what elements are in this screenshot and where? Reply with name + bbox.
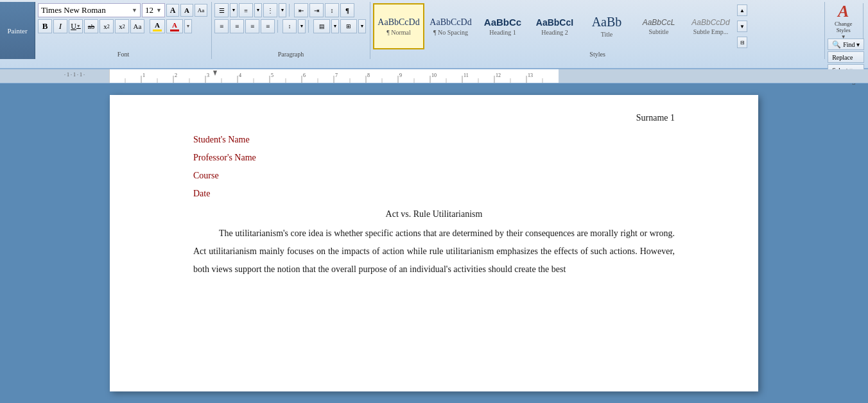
line-spacing-btn[interactable]: ↕ <box>282 19 297 33</box>
styles-scroll-up[interactable]: ▲ <box>737 4 747 16</box>
painter-button[interactable]: Painter <box>0 2 35 59</box>
shading-btn[interactable]: ▤ <box>313 19 330 33</box>
bold-btn[interactable]: B <box>38 19 52 33</box>
align-left-btn[interactable]: ≡ <box>214 19 229 33</box>
underline-btn[interactable]: U▼ <box>69 19 83 33</box>
style-heading2[interactable]: AaBbCcI Heading 2 <box>529 3 580 49</box>
svg-text:11: 11 <box>464 73 469 78</box>
style-title[interactable]: AaBb Title <box>581 3 632 49</box>
numbering-btn[interactable]: ≡ <box>239 3 253 17</box>
strikethrough-btn[interactable]: ab <box>84 19 98 33</box>
svg-marker-41 <box>213 71 217 76</box>
header-surname: Surname 1 <box>636 113 675 123</box>
font-color-btn[interactable]: A <box>166 19 183 33</box>
justify-btn[interactable]: ≡ <box>261 19 275 33</box>
align-right-btn[interactable]: ≡ <box>245 19 259 33</box>
multilevel-btn[interactable]: ⋮ <box>263 3 277 17</box>
page: Surname 1 Student's Name Professor's Nam… <box>110 95 758 391</box>
ruler: 1 2 3 4 5 6 7 8 9 10 11 <box>0 69 868 83</box>
font-color-dropdown[interactable]: ▼ <box>184 19 192 33</box>
text-highlight-btn[interactable]: A <box>150 19 165 33</box>
svg-text:2: 2 <box>175 73 177 78</box>
svg-text:5: 5 <box>271 73 273 78</box>
borders-btn[interactable]: ⊞ <box>340 19 357 33</box>
subscript-btn[interactable]: x2 <box>100 19 114 33</box>
style-subtle-emph[interactable]: AaBbCcDd Subtle Emp... <box>685 3 736 49</box>
change-styles-btn[interactable]: A ChangeStyles ▼ <box>828 3 864 39</box>
borders-dropdown[interactable]: ▼ <box>358 19 366 33</box>
superscript-btn[interactable]: x2 <box>115 19 129 33</box>
style-subtitle[interactable]: AaBbCcL Subtitle <box>633 3 684 49</box>
italic-btn[interactable]: I <box>53 19 67 33</box>
date-line: Date <box>193 185 675 203</box>
show-hide-btn[interactable]: ¶ <box>340 3 354 17</box>
svg-text:6: 6 <box>303 73 306 78</box>
bullets-dropdown[interactable]: ▼ <box>230 3 238 17</box>
document-title: Act vs. Rule Utilitarianism <box>193 205 675 223</box>
svg-text:10: 10 <box>431 73 437 78</box>
page-header: Surname 1 <box>193 109 675 127</box>
body-paragraph: The utilitarianism's core idea is whethe… <box>193 225 675 279</box>
decrease-indent-btn[interactable]: ⇤ <box>294 3 308 17</box>
style-no-spacing[interactable]: AaBbCcDd ¶ No Spacing <box>425 3 476 49</box>
replace-btn[interactable]: Replace <box>828 51 864 63</box>
font-group-label: Font <box>35 51 211 58</box>
size-dropdown-arrow[interactable]: ▼ <box>156 7 162 13</box>
svg-text:3: 3 <box>207 73 209 78</box>
styles-scroll-down[interactable]: ▼ <box>737 21 747 32</box>
styles-group-label: Styles <box>370 51 824 58</box>
svg-text:9: 9 <box>399 73 402 78</box>
font-selector[interactable]: Times New Roman ▼ <box>38 3 141 17</box>
svg-text:1: 1 <box>143 73 145 78</box>
font-group: Font Times New Roman ▼ 12 ▼ A A Aa B I U… <box>35 2 212 59</box>
clear-format-btn[interactable]: Aa <box>195 4 207 17</box>
course-line: Course <box>193 167 675 185</box>
font-dropdown-arrow[interactable]: ▼ <box>132 7 137 13</box>
ribbon: Painter Font Times New Roman ▼ 12 ▼ A A … <box>0 0 868 69</box>
svg-text:8: 8 <box>367 73 370 78</box>
svg-text:7: 7 <box>335 73 338 78</box>
svg-text:13: 13 <box>528 73 533 78</box>
svg-text:4: 4 <box>239 73 241 78</box>
find-btn[interactable]: 🔍Find ▾ <box>828 39 864 50</box>
styles-more-btn[interactable]: ⊟ <box>737 37 747 48</box>
style-normal[interactable]: AaBbCcDd ¶ Normal <box>373 3 424 49</box>
sort-btn[interactable]: ↕ <box>325 3 339 17</box>
decrease-font-btn[interactable]: A <box>180 4 193 17</box>
multilevel-dropdown[interactable]: ▼ <box>279 3 286 17</box>
style-heading1[interactable]: AaBbCc Heading 1 <box>477 3 528 49</box>
bullets-btn[interactable]: ☰ <box>214 3 229 17</box>
document-area: Surname 1 Student's Name Professor's Nam… <box>0 83 868 403</box>
align-center-btn[interactable]: ≡ <box>230 19 244 33</box>
line-spacing-dropdown[interactable]: ▼ <box>298 19 306 33</box>
shading-dropdown[interactable]: ▼ <box>331 19 339 33</box>
paragraph-group: Paragraph ☰ ▼ ≡ ▼ ⋮ ▼ ⇤ ⇥ ↕ ¶ ≡ ≡ ≡ <box>212 2 370 59</box>
professor-name-line: Professor's Name <box>193 149 675 167</box>
change-case-btn[interactable]: Aa <box>130 19 144 33</box>
styles-group: Styles AaBbCcDd ¶ Normal AaBbCcDd ¶ No S… <box>370 2 825 59</box>
increase-indent-btn[interactable]: ⇥ <box>309 3 324 17</box>
numbering-dropdown[interactable]: ▼ <box>254 3 262 17</box>
student-name-line: Student's Name <box>193 131 675 149</box>
svg-text:12: 12 <box>496 73 501 78</box>
font-size-selector[interactable]: 12 ▼ <box>142 3 165 17</box>
para-group-label: Paragraph <box>212 51 370 58</box>
increase-font-btn[interactable]: A <box>166 4 179 17</box>
